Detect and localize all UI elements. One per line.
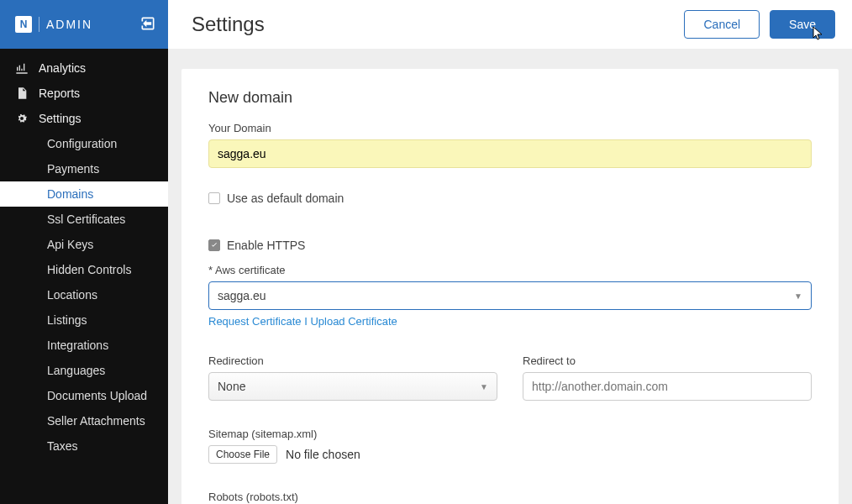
- default-domain-checkbox[interactable]: [208, 192, 220, 204]
- save-button[interactable]: Save: [770, 10, 835, 39]
- sidebar-sub-ssl-certificates[interactable]: Ssl Certificates: [0, 207, 168, 232]
- sidebar-sub-configuration[interactable]: Configuration: [0, 131, 168, 156]
- sidebar-sub-seller-attachments[interactable]: Seller Attachments: [0, 408, 168, 433]
- sidebar-sub-payments[interactable]: Payments: [0, 156, 168, 181]
- page-title: Settings: [192, 13, 265, 36]
- brand-separator: [39, 17, 39, 32]
- nav: Analytics Reports Settings Configuration…: [0, 49, 168, 459]
- chart-icon: [15, 61, 29, 75]
- topbar: Settings Cancel Save: [168, 0, 852, 49]
- sidebar-item-settings[interactable]: Settings: [0, 106, 168, 131]
- upload-cert-link[interactable]: Upload Certificate: [310, 315, 397, 328]
- robots-label: Robots (robots.txt): [208, 491, 812, 503]
- redirection-value: None: [218, 380, 245, 393]
- sidebar-sub-integrations[interactable]: Integrations: [0, 333, 168, 358]
- domain-input[interactable]: [208, 139, 812, 168]
- logout-icon[interactable]: [139, 15, 156, 34]
- sidebar-item-label: Analytics: [39, 61, 86, 75]
- gear-icon: [15, 112, 29, 125]
- workspace[interactable]: New domain Your Domain Use as default do…: [168, 49, 852, 504]
- sidebar-sub-hidden-controls[interactable]: Hidden Controls: [0, 257, 168, 282]
- sidebar-item-reports[interactable]: Reports: [0, 81, 168, 106]
- cancel-button[interactable]: Cancel: [684, 10, 760, 39]
- enable-https-label: Enable HTTPS: [227, 239, 305, 252]
- redirection-label: Redirection: [208, 354, 497, 367]
- sitemap-choose-file-button[interactable]: Choose File: [208, 445, 277, 464]
- sidebar-sub-documents-upload[interactable]: Documents Upload: [0, 383, 168, 408]
- brand-logo: N: [15, 16, 32, 33]
- request-cert-link[interactable]: Request Certificate: [208, 315, 302, 328]
- default-domain-label: Use as default domain: [227, 192, 344, 205]
- redirection-select[interactable]: None ▼: [208, 372, 497, 401]
- save-button-label: Save: [789, 18, 816, 31]
- redirect-to-label: Redirect to: [523, 354, 812, 367]
- action-buttons: Cancel Save: [684, 10, 835, 39]
- sitemap-file-status: No file chosen: [286, 448, 360, 461]
- sidebar-sub-languages[interactable]: Languages: [0, 358, 168, 383]
- brand-text: ADMIN: [46, 18, 92, 31]
- aws-cert-select[interactable]: sagga.eu ▼: [208, 281, 812, 310]
- sidebar-sub-taxes[interactable]: Taxes: [0, 433, 168, 459]
- chevron-down-icon: ▼: [480, 382, 488, 391]
- sidebar-sub-api-keys[interactable]: Api Keys: [0, 232, 168, 257]
- cert-links: Request Certificate I Upload Certificate: [208, 315, 812, 328]
- aws-cert-value: sagga.eu: [218, 289, 266, 302]
- sidebar-sub-listings[interactable]: Listings: [0, 307, 168, 333]
- document-icon: [15, 87, 29, 100]
- aws-cert-label: Aws certificate: [208, 264, 812, 276]
- domain-label: Your Domain: [208, 122, 812, 134]
- sidebar-sub-domains[interactable]: Domains: [0, 181, 168, 207]
- sidebar-item-label: Reports: [39, 87, 80, 100]
- sitemap-label: Sitemap (sitemap.xml): [208, 428, 812, 440]
- domain-form-card: New domain Your Domain Use as default do…: [181, 69, 839, 504]
- sidebar: N ADMIN Analytics Reports Settings Confi…: [0, 0, 168, 504]
- sidebar-sub-locations[interactable]: Locations: [0, 282, 168, 307]
- link-divider: I: [302, 315, 311, 328]
- enable-https-checkbox[interactable]: [208, 239, 220, 251]
- form-heading: New domain: [208, 89, 812, 107]
- brand-bar: N ADMIN: [0, 0, 168, 49]
- sidebar-item-analytics[interactable]: Analytics: [0, 55, 168, 81]
- brand-left: N ADMIN: [15, 16, 92, 33]
- sidebar-item-label: Settings: [39, 112, 82, 125]
- chevron-down-icon: ▼: [794, 291, 802, 301]
- redirect-to-input[interactable]: [523, 372, 812, 401]
